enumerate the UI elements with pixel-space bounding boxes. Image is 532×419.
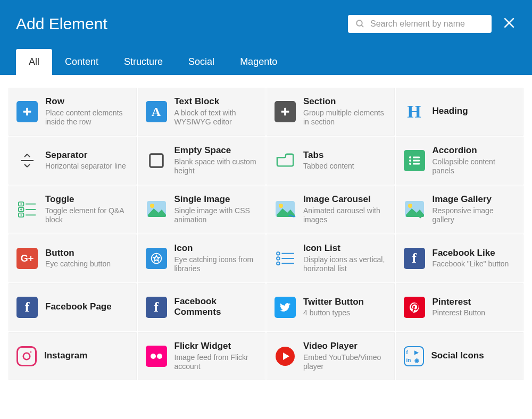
element-text: Instagram bbox=[44, 350, 87, 362]
element-text: Toggle Toggle element for Q&A block bbox=[45, 194, 129, 224]
element-desc: Animated carousel with images bbox=[303, 206, 387, 225]
element-title: Video Player bbox=[303, 341, 387, 351]
accordion-icon bbox=[404, 150, 425, 171]
search-box[interactable] bbox=[348, 15, 492, 33]
element-title: Facebook Page bbox=[45, 301, 112, 312]
tab-social[interactable]: Social bbox=[176, 49, 227, 75]
element-single-image[interactable]: Single Image Single image with CSS anima… bbox=[138, 186, 266, 233]
svg-point-31 bbox=[277, 257, 280, 260]
element-toggle[interactable]: Toggle Toggle element for Q&A block bbox=[9, 186, 137, 233]
header-right bbox=[348, 15, 516, 33]
element-icon[interactable]: Icon Eye catching icons from libraries bbox=[138, 234, 266, 282]
element-desc: Place content elements inside the row bbox=[45, 108, 129, 127]
image-carousel-icon bbox=[275, 199, 296, 220]
element-title: Single Image bbox=[174, 194, 258, 205]
element-text: Facebook Comments bbox=[174, 296, 258, 319]
page-title: Add Element bbox=[16, 15, 107, 33]
google-plus-icon: G+ bbox=[16, 248, 38, 269]
element-accordion[interactable]: Accordion Collapsible content panels bbox=[396, 137, 524, 185]
element-text: Section Group multiple elements in secti… bbox=[303, 96, 387, 127]
element-tabs[interactable]: Tabs Tabbed content bbox=[267, 137, 395, 185]
element-title: Pinterest bbox=[433, 297, 486, 307]
svg-rect-5 bbox=[23, 111, 31, 113]
element-title: Button bbox=[45, 248, 111, 258]
element-title: Image Carousel bbox=[303, 194, 387, 205]
element-text: Empty Space Blank space with custom heig… bbox=[174, 145, 258, 175]
element-text: Tabs Tabbed content bbox=[303, 150, 354, 171]
element-title: Heading bbox=[433, 106, 468, 116]
svg-point-10 bbox=[409, 156, 411, 158]
element-text: Accordion Collapsible content panels bbox=[433, 145, 516, 175]
element-desc: Tabbed content bbox=[303, 162, 354, 171]
element-row[interactable]: Row Place content elements inside the ro… bbox=[9, 88, 137, 136]
facebook-icon: f bbox=[16, 297, 38, 318]
element-title: Facebook Like bbox=[433, 248, 509, 258]
element-desc: Facebook "Like" button bbox=[433, 259, 509, 269]
svg-point-29 bbox=[277, 252, 280, 255]
element-text: Video Player Embed YouTube/Vimeo player bbox=[303, 341, 387, 371]
element-social-icons[interactable]: f▶in◉ Social Icons bbox=[396, 332, 524, 380]
svg-rect-7 bbox=[281, 111, 289, 113]
element-title: Image Gallery bbox=[433, 194, 516, 205]
star-circle-icon bbox=[146, 248, 167, 269]
tab-content[interactable]: Content bbox=[52, 49, 111, 75]
element-twitter-button[interactable]: Twitter Button 4 button types bbox=[267, 283, 395, 331]
element-empty-space[interactable]: Empty Space Blank space with custom heig… bbox=[138, 137, 266, 185]
element-flickr-widget[interactable]: Flickr Widget Image feed from Flickr acc… bbox=[138, 332, 266, 380]
element-section[interactable]: Section Group multiple elements in secti… bbox=[267, 88, 395, 136]
content: Row Place content elements inside the ro… bbox=[0, 75, 532, 393]
element-facebook-page[interactable]: f Facebook Page bbox=[9, 283, 137, 331]
element-title: Text Block bbox=[174, 96, 258, 107]
svg-rect-13 bbox=[413, 160, 420, 162]
svg-point-23 bbox=[150, 204, 154, 208]
tabs-icon bbox=[275, 150, 296, 171]
toggle-icon bbox=[16, 199, 38, 220]
element-title: Row bbox=[45, 96, 129, 107]
element-video-player[interactable]: Video Player Embed YouTube/Vimeo player bbox=[267, 332, 395, 380]
close-button[interactable] bbox=[502, 16, 516, 32]
element-facebook-like[interactable]: f Facebook Like Facebook "Like" button bbox=[396, 234, 524, 282]
plus-icon bbox=[275, 101, 296, 122]
svg-point-12 bbox=[409, 160, 411, 162]
element-separator[interactable]: Separator Horizontal separator line bbox=[9, 137, 137, 185]
element-image-gallery[interactable]: Image Gallery Responsive image gallery bbox=[396, 186, 524, 233]
element-pinterest[interactable]: Pinterest Pinterest Button bbox=[396, 283, 524, 331]
empty-square-icon bbox=[146, 150, 167, 171]
social-grid-icon: f▶in◉ bbox=[404, 346, 424, 366]
element-text-block[interactable]: A Text Block A block of text with WYSIWY… bbox=[138, 88, 266, 136]
element-text: Image Carousel Animated carousel with im… bbox=[303, 194, 387, 224]
element-desc: Single image with CSS animation bbox=[174, 206, 258, 225]
tab-all[interactable]: All bbox=[16, 49, 52, 75]
element-facebook-comments[interactable]: f Facebook Comments bbox=[138, 283, 266, 331]
image-icon bbox=[146, 199, 167, 220]
element-instagram[interactable]: Instagram bbox=[9, 332, 137, 380]
element-text: Pinterest Pinterest Button bbox=[433, 297, 486, 318]
element-title: Facebook Comments bbox=[174, 296, 258, 318]
element-text: Button Eye catching button bbox=[45, 248, 111, 269]
element-icon-list[interactable]: Icon List Display icons as vertical, hor… bbox=[267, 234, 395, 282]
search-input[interactable] bbox=[370, 19, 484, 29]
element-text: Facebook Like Facebook "Like" button bbox=[433, 248, 509, 269]
element-desc: Pinterest Button bbox=[433, 308, 486, 318]
tab-magento[interactable]: Magento bbox=[227, 49, 290, 75]
letter-a-icon: A bbox=[146, 101, 167, 122]
element-button[interactable]: G+ Button Eye catching button bbox=[9, 234, 137, 282]
element-title: Tabs bbox=[303, 150, 354, 161]
element-text: Text Block A block of text with WYSIWYG … bbox=[174, 96, 258, 127]
element-desc: Eye catching icons from libraries bbox=[174, 255, 258, 274]
element-desc: Eye catching button bbox=[45, 259, 111, 269]
element-title: Icon List bbox=[303, 243, 387, 254]
header-top: Add Element bbox=[16, 15, 516, 33]
icon-list-icon bbox=[275, 248, 296, 269]
tab-structure[interactable]: Structure bbox=[111, 49, 176, 75]
element-desc: Image feed from Flickr account bbox=[174, 353, 258, 372]
element-title: Twitter Button bbox=[303, 297, 364, 307]
element-image-carousel[interactable]: Image Carousel Animated carousel with im… bbox=[267, 186, 395, 233]
element-grid: Row Place content elements inside the ro… bbox=[9, 88, 523, 380]
element-text: Flickr Widget Image feed from Flickr acc… bbox=[174, 341, 258, 371]
element-desc: Responsive image gallery bbox=[433, 206, 516, 225]
element-title: Accordion bbox=[433, 145, 516, 156]
element-title: Empty Space bbox=[174, 145, 258, 156]
pinterest-icon bbox=[404, 297, 425, 318]
element-heading[interactable]: H Heading bbox=[396, 88, 524, 136]
